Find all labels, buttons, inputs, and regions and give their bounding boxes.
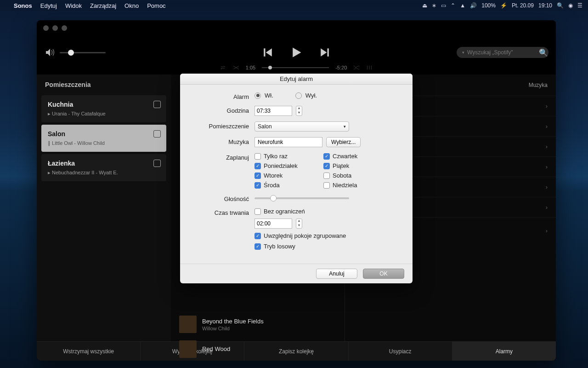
menu-manage[interactable]: Zarządzaj <box>90 2 116 9</box>
music-label: Muzyka <box>195 137 254 145</box>
day-checkbox[interactable]: ✓ <box>323 153 330 160</box>
alarm-on-label: Wł. <box>265 92 273 99</box>
dialog-title: Edytuj alarm <box>180 74 413 85</box>
notifications-icon[interactable]: ☰ <box>577 2 582 9</box>
volume-control[interactable] <box>46 49 106 56</box>
repeat-icon[interactable] <box>220 65 226 70</box>
next-button[interactable] <box>320 47 330 58</box>
chevron-right-icon: › <box>546 103 548 109</box>
prev-button[interactable] <box>263 47 273 58</box>
volume-slider[interactable] <box>60 52 106 53</box>
search-box[interactable]: ▾ 🔍 <box>457 47 548 58</box>
player-controls: ▾ 🔍 <box>37 36 556 69</box>
eject-icon[interactable]: ▲ <box>460 2 465 9</box>
group-icon[interactable] <box>153 160 161 167</box>
unlimited-checkbox[interactable] <box>254 208 261 215</box>
sleep-button[interactable]: Usypiacz <box>349 342 452 361</box>
duration-label: Czas trwania <box>195 208 254 216</box>
bluetooth-icon[interactable]: ∗ <box>432 2 436 9</box>
room-item[interactable]: Salon∥ Little Owl - Willow Child <box>41 125 166 152</box>
album-art <box>179 316 197 333</box>
shuffle-checkbox[interactable]: ✓ <box>254 243 261 250</box>
menu-view[interactable]: Widok <box>65 2 82 9</box>
music-input[interactable] <box>254 137 322 147</box>
chevron-right-icon: › <box>546 163 548 170</box>
day-label: Tylko raz <box>264 153 288 160</box>
room-select[interactable]: Salon▾ <box>254 121 349 132</box>
chevron-right-icon: › <box>546 143 548 150</box>
shuffle-icon[interactable] <box>233 65 239 70</box>
browse-source[interactable]: Muzyka <box>529 82 548 88</box>
day-checkbox[interactable] <box>254 153 261 160</box>
alarm-off-radio[interactable] <box>295 92 302 99</box>
room-name: Kuchnia <box>48 101 160 108</box>
chevron-right-icon: › <box>546 184 548 190</box>
ok-button[interactable]: OK <box>363 269 404 279</box>
wifi-icon[interactable]: ⌃ <box>451 2 455 9</box>
cancel-button[interactable]: Anuluj <box>316 269 357 279</box>
speaker-icon <box>46 49 55 56</box>
spotlight-icon[interactable]: 🔍 <box>557 2 564 9</box>
crossfade-icon[interactable] <box>353 65 360 70</box>
traffic-close[interactable] <box>43 25 49 31</box>
app-name[interactable]: Sonos <box>14 2 32 9</box>
charging-icon: ⚡ <box>500 2 507 9</box>
search-input[interactable] <box>467 49 536 56</box>
room-name: Łazienka <box>48 160 160 167</box>
eq-icon[interactable] <box>366 65 373 70</box>
room-track: ▸ Urania - Thy Catafalque <box>48 111 160 117</box>
grouped-checkbox[interactable]: ✓ <box>254 233 261 239</box>
alarm-off-label: Wył. <box>305 92 317 99</box>
lock-icon[interactable]: ⏏ <box>422 2 427 9</box>
room-item[interactable]: Kuchnia▸ Urania - Thy Catafalque <box>41 95 166 122</box>
play-button[interactable] <box>290 46 302 58</box>
room-label: Pomieszczenie <box>195 121 254 130</box>
chevron-right-icon: › <box>546 123 548 130</box>
traffic-min[interactable] <box>52 25 58 31</box>
volume-icon[interactable]: 🔊 <box>470 2 477 9</box>
day-checkbox[interactable] <box>323 172 330 179</box>
room-item[interactable]: Łazienka▸ Nebuchadnezzar II - Wyatt E. <box>41 154 166 181</box>
day-checkbox[interactable]: ✓ <box>323 163 330 169</box>
queue-item[interactable]: Beyond the Blue FieldsWillow Child <box>171 312 345 337</box>
room-track: ▸ Nebuchadnezzar II - Wyatt E. <box>48 170 160 176</box>
rooms-sidebar: Pomieszczenia Kuchnia▸ Urania - Thy Cata… <box>37 75 171 341</box>
siri-icon[interactable]: ◉ <box>568 2 573 9</box>
group-icon[interactable] <box>153 130 161 138</box>
sidebar-title: Pomieszczenia <box>37 75 171 93</box>
search-icon: 🔍 <box>539 48 548 57</box>
status-icons: ⏏ ∗ ▭ ⌃ ▲ 🔊 100% ⚡ Pt. 20.09 19:10 🔍 ◉ ☰ <box>422 2 582 9</box>
menubar-date[interactable]: Pt. 20.09 <box>512 2 534 9</box>
battery-pct: 100% <box>481 2 496 9</box>
schedule-label: Zaplanuj <box>195 153 254 161</box>
time-label: Godzina <box>195 106 254 114</box>
day-label: Sobota <box>333 172 351 179</box>
menu-window[interactable]: Okno <box>124 2 139 9</box>
day-label: Niedziela <box>333 182 357 189</box>
scrub-slider[interactable] <box>262 67 329 68</box>
room-name: Salon <box>48 130 160 138</box>
alarm-on-radio[interactable] <box>254 92 261 99</box>
duration-input[interactable] <box>254 218 292 229</box>
queue-item[interactable]: Red Wood <box>171 337 345 361</box>
volume-label: Głośność <box>195 194 254 202</box>
traffic-max[interactable] <box>62 25 67 31</box>
time-input[interactable] <box>254 106 292 116</box>
duration-stepper[interactable]: ▲▼ <box>296 218 302 229</box>
alarms-button[interactable]: Alarmy <box>452 342 556 361</box>
battery-icon[interactable]: ▭ <box>441 2 446 9</box>
day-checkbox[interactable]: ✓ <box>254 163 261 169</box>
time-stepper[interactable]: ▲▼ <box>296 106 302 116</box>
day-checkbox[interactable]: ✓ <box>254 172 261 179</box>
pause-all-button[interactable]: Wstrzymaj wszystkie <box>37 342 141 361</box>
menu-edit[interactable]: Edytuj <box>40 2 57 9</box>
group-icon[interactable] <box>153 101 161 108</box>
day-checkbox[interactable]: ✓ <box>254 182 261 189</box>
room-track: ∥ Little Owl - Willow Child <box>48 140 160 146</box>
menu-help[interactable]: Pomoc <box>147 2 165 9</box>
day-checkbox[interactable] <box>323 182 330 189</box>
chevron-right-icon: › <box>546 204 548 211</box>
menubar-time[interactable]: 19:10 <box>538 2 552 9</box>
choose-music-button[interactable]: Wybierz... <box>326 137 361 147</box>
alarm-volume-slider[interactable] <box>254 197 349 199</box>
